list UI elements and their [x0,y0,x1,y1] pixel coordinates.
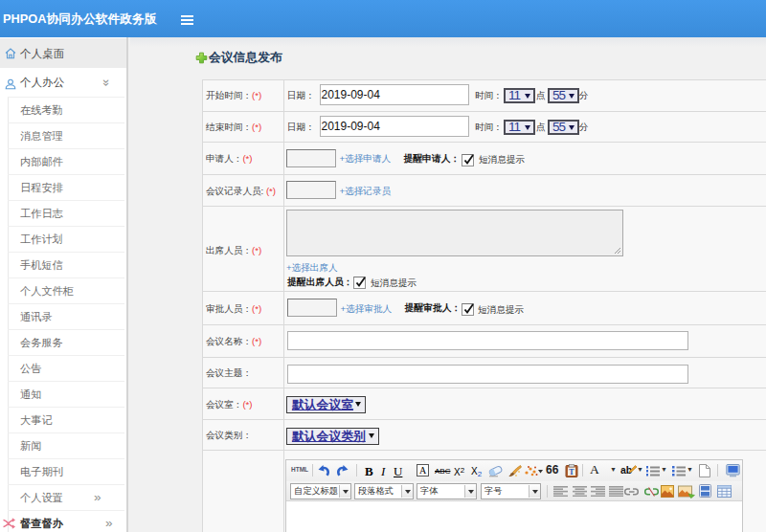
svg-text:T: T [569,468,574,477]
